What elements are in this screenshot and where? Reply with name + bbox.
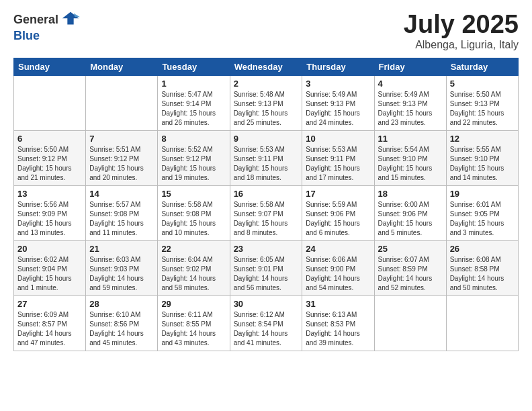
day-detail: Sunrise: 5:47 AMSunset: 9:14 PMDaylight:…: [161, 90, 226, 128]
svg-marker-0: [62, 12, 79, 25]
day-number: 26: [450, 244, 515, 254]
day-number: 4: [378, 79, 443, 89]
day-detail: Sunrise: 5:57 AMSunset: 9:08 PMDaylight:…: [89, 200, 154, 238]
calendar-cell: 6Sunrise: 5:50 AMSunset: 9:12 PMDaylight…: [14, 130, 86, 185]
day-detail: Sunrise: 6:13 AMSunset: 8:53 PMDaylight:…: [306, 310, 370, 348]
day-detail: Sunrise: 6:00 AMSunset: 9:06 PMDaylight:…: [378, 200, 443, 238]
day-number: 25: [378, 244, 443, 254]
day-detail: Sunrise: 6:03 AMSunset: 9:03 PMDaylight:…: [89, 255, 154, 293]
day-detail: Sunrise: 5:53 AMSunset: 9:11 PMDaylight:…: [306, 145, 370, 183]
day-number: 19: [450, 189, 515, 199]
col-thursday: Thursday: [302, 58, 374, 75]
calendar-cell: 11Sunrise: 5:54 AMSunset: 9:10 PMDayligh…: [374, 130, 446, 185]
day-number: 13: [17, 189, 82, 199]
day-number: 24: [306, 244, 370, 254]
day-number: 1: [161, 79, 226, 89]
day-number: 15: [161, 189, 226, 199]
day-detail: Sunrise: 5:52 AMSunset: 9:12 PMDaylight:…: [161, 145, 226, 183]
day-detail: Sunrise: 5:59 AMSunset: 9:06 PMDaylight:…: [306, 200, 370, 238]
day-detail: Sunrise: 6:02 AMSunset: 9:04 PMDaylight:…: [17, 255, 82, 293]
day-detail: Sunrise: 6:10 AMSunset: 8:56 PMDaylight:…: [89, 310, 154, 348]
day-detail: Sunrise: 5:50 AMSunset: 9:12 PMDaylight:…: [17, 145, 82, 183]
day-detail: Sunrise: 6:11 AMSunset: 8:55 PMDaylight:…: [161, 310, 226, 348]
calendar-cell: 13Sunrise: 5:56 AMSunset: 9:09 PMDayligh…: [14, 185, 86, 240]
calendar-cell: 15Sunrise: 5:58 AMSunset: 9:08 PMDayligh…: [158, 185, 230, 240]
calendar-week-row: 20Sunrise: 6:02 AMSunset: 9:04 PMDayligh…: [14, 240, 519, 295]
calendar-cell: 3Sunrise: 5:49 AMSunset: 9:13 PMDaylight…: [302, 75, 374, 130]
day-number: 23: [234, 244, 299, 254]
calendar-cell: 27Sunrise: 6:09 AMSunset: 8:57 PMDayligh…: [14, 295, 86, 351]
day-number: 17: [306, 189, 370, 199]
calendar-page: General Blue July 2025 Albenga, Liguria,…: [0, 0, 532, 411]
day-detail: Sunrise: 6:05 AMSunset: 9:01 PMDaylight:…: [234, 255, 299, 293]
day-number: 14: [89, 189, 154, 199]
calendar-week-row: 13Sunrise: 5:56 AMSunset: 9:09 PMDayligh…: [14, 185, 519, 240]
col-monday: Monday: [86, 58, 158, 75]
calendar-cell: [374, 295, 446, 351]
calendar-cell: 14Sunrise: 5:57 AMSunset: 9:08 PMDayligh…: [86, 185, 158, 240]
calendar-cell: 28Sunrise: 6:10 AMSunset: 8:56 PMDayligh…: [86, 295, 158, 351]
calendar-cell: 29Sunrise: 6:11 AMSunset: 8:55 PMDayligh…: [158, 295, 230, 351]
day-detail: Sunrise: 6:06 AMSunset: 9:00 PMDaylight:…: [306, 255, 370, 293]
calendar-cell: [446, 295, 518, 351]
day-detail: Sunrise: 6:12 AMSunset: 8:54 PMDaylight:…: [234, 310, 299, 348]
day-number: 29: [161, 299, 226, 309]
day-number: 5: [450, 79, 515, 89]
day-detail: Sunrise: 6:07 AMSunset: 8:59 PMDaylight:…: [378, 255, 443, 293]
calendar-cell: 9Sunrise: 5:53 AMSunset: 9:11 PMDaylight…: [230, 130, 302, 185]
calendar-cell: 12Sunrise: 5:55 AMSunset: 9:10 PMDayligh…: [446, 130, 518, 185]
calendar-cell: 10Sunrise: 5:53 AMSunset: 9:11 PMDayligh…: [302, 130, 374, 185]
day-number: 30: [234, 299, 299, 309]
day-number: 6: [17, 134, 82, 144]
calendar-cell: 20Sunrise: 6:02 AMSunset: 9:04 PMDayligh…: [14, 240, 86, 295]
day-detail: Sunrise: 5:56 AMSunset: 9:09 PMDaylight:…: [17, 200, 82, 238]
day-detail: Sunrise: 5:51 AMSunset: 9:12 PMDaylight:…: [89, 145, 154, 183]
calendar-cell: 17Sunrise: 5:59 AMSunset: 9:06 PMDayligh…: [302, 185, 374, 240]
day-number: 18: [378, 189, 443, 199]
col-friday: Friday: [374, 58, 446, 75]
col-saturday: Saturday: [446, 58, 518, 75]
logo-blue-text: Blue: [13, 29, 40, 42]
calendar-week-row: 6Sunrise: 5:50 AMSunset: 9:12 PMDaylight…: [14, 130, 519, 185]
day-number: 22: [161, 244, 226, 254]
calendar-cell: 2Sunrise: 5:48 AMSunset: 9:13 PMDaylight…: [230, 75, 302, 130]
day-detail: Sunrise: 5:49 AMSunset: 9:13 PMDaylight:…: [306, 90, 370, 128]
calendar-cell: 1Sunrise: 5:47 AMSunset: 9:14 PMDaylight…: [158, 75, 230, 130]
calendar-cell: 24Sunrise: 6:06 AMSunset: 9:00 PMDayligh…: [302, 240, 374, 295]
day-number: 8: [161, 134, 226, 144]
col-sunday: Sunday: [14, 58, 86, 75]
day-number: 27: [17, 299, 82, 309]
day-detail: Sunrise: 5:53 AMSunset: 9:11 PMDaylight:…: [234, 145, 299, 183]
calendar-cell: 25Sunrise: 6:07 AMSunset: 8:59 PMDayligh…: [374, 240, 446, 295]
day-detail: Sunrise: 6:01 AMSunset: 9:05 PMDaylight:…: [450, 200, 515, 238]
day-detail: Sunrise: 5:55 AMSunset: 9:10 PMDaylight:…: [450, 145, 515, 183]
calendar-cell: [86, 75, 158, 130]
day-number: 11: [378, 134, 443, 144]
location: Albenga, Liguria, Italy: [404, 39, 519, 51]
calendar-week-row: 27Sunrise: 6:09 AMSunset: 8:57 PMDayligh…: [14, 295, 519, 351]
header: General Blue July 2025 Albenga, Liguria,…: [13, 11, 519, 51]
day-detail: Sunrise: 5:48 AMSunset: 9:13 PMDaylight:…: [234, 90, 299, 128]
calendar-cell: 7Sunrise: 5:51 AMSunset: 9:12 PMDaylight…: [86, 130, 158, 185]
calendar-cell: 21Sunrise: 6:03 AMSunset: 9:03 PMDayligh…: [86, 240, 158, 295]
logo: General Blue: [13, 11, 80, 43]
day-number: 10: [306, 134, 370, 144]
calendar-cell: 31Sunrise: 6:13 AMSunset: 8:53 PMDayligh…: [302, 295, 374, 351]
day-number: 12: [450, 134, 515, 144]
day-number: 31: [306, 299, 370, 309]
day-number: 21: [89, 244, 154, 254]
calendar-cell: 8Sunrise: 5:52 AMSunset: 9:12 PMDaylight…: [158, 130, 230, 185]
day-detail: Sunrise: 6:09 AMSunset: 8:57 PMDaylight:…: [17, 310, 82, 348]
calendar-cell: 4Sunrise: 5:49 AMSunset: 9:13 PMDaylight…: [374, 75, 446, 130]
calendar-cell: 16Sunrise: 5:58 AMSunset: 9:07 PMDayligh…: [230, 185, 302, 240]
day-number: 7: [89, 134, 154, 144]
calendar-cell: 18Sunrise: 6:00 AMSunset: 9:06 PMDayligh…: [374, 185, 446, 240]
calendar-header-row: Sunday Monday Tuesday Wednesday Thursday…: [14, 58, 519, 75]
day-number: 9: [234, 134, 299, 144]
day-detail: Sunrise: 5:54 AMSunset: 9:10 PMDaylight:…: [378, 145, 443, 183]
calendar-cell: 5Sunrise: 5:50 AMSunset: 9:13 PMDaylight…: [446, 75, 518, 130]
calendar-cell: 19Sunrise: 6:01 AMSunset: 9:05 PMDayligh…: [446, 185, 518, 240]
month-title: July 2025: [404, 11, 519, 39]
calendar-cell: 30Sunrise: 6:12 AMSunset: 8:54 PMDayligh…: [230, 295, 302, 351]
logo-general-text: General: [13, 13, 58, 27]
